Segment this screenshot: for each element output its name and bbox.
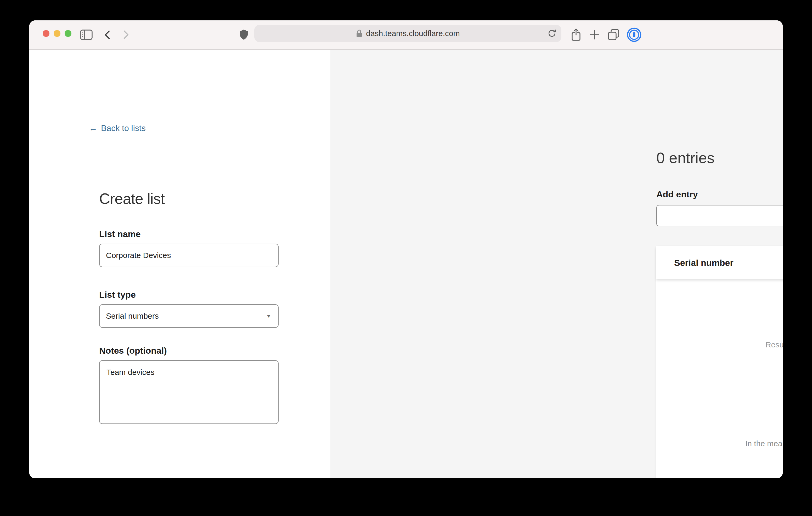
list-type-label: List type (99, 290, 136, 300)
list-type-value: Serial numbers (106, 311, 159, 321)
share-icon[interactable] (570, 28, 582, 42)
tab-overview-icon[interactable] (607, 28, 620, 41)
minimize-window-button[interactable] (54, 30, 60, 37)
privacy-shield-icon[interactable] (239, 29, 248, 40)
browser-window: dash.teams.cloudflare.com (29, 20, 783, 478)
notes-label: Notes (optional) (99, 345, 167, 356)
create-list-panel: ← Back to lists Create list List name Li… (29, 50, 330, 478)
back-to-lists-label: Back to lists (101, 123, 146, 133)
empty-state-subtitle: Results will show up here once you start… (765, 340, 783, 349)
notes-textarea[interactable]: Team devices (99, 360, 279, 424)
entries-count-heading: 0 entries (656, 149, 715, 166)
refresh-icon[interactable] (547, 29, 557, 38)
browser-toolbar: dash.teams.cloudflare.com (29, 20, 783, 50)
forward-button-icon[interactable] (122, 30, 130, 40)
page-title: Create list (99, 190, 165, 207)
add-entry-input[interactable] (656, 205, 783, 226)
back-arrow-icon: ← (89, 123, 97, 133)
sidebar-toggle-icon[interactable] (80, 29, 93, 40)
back-button-icon[interactable] (103, 30, 112, 40)
entries-table-card: Serial number Created No results... yet!… (656, 246, 783, 478)
zoom-window-button[interactable] (65, 30, 71, 37)
entries-panel: 0 entries Add entry Add Serial number Cr… (330, 50, 783, 478)
list-type-select[interactable]: Serial numbers ▼ (99, 304, 279, 328)
column-header-serial-number: Serial number (674, 258, 733, 268)
onepassword-extension-icon[interactable] (627, 27, 642, 42)
new-tab-plus-icon[interactable] (588, 29, 600, 40)
footer-text-prefix: In the meantime, here’s our (745, 439, 783, 448)
list-name-label: List name (99, 229, 141, 239)
empty-state: No results... yet! Results will show up … (656, 279, 783, 478)
add-entry-row: Add (656, 205, 783, 226)
empty-state-footer: In the meantime, here’s our documentatio… (745, 439, 783, 448)
url-bar[interactable]: dash.teams.cloudflare.com (254, 25, 561, 42)
close-window-button[interactable] (42, 30, 50, 37)
lock-icon (356, 29, 362, 38)
add-entry-label: Add entry (656, 189, 698, 200)
back-to-lists-link[interactable]: ← Back to lists (89, 123, 146, 133)
table-header-row: Serial number Created (656, 246, 783, 279)
url-text: dash.teams.cloudflare.com (366, 29, 460, 38)
chevron-down-icon: ▼ (265, 313, 272, 319)
list-name-input[interactable] (99, 244, 279, 267)
